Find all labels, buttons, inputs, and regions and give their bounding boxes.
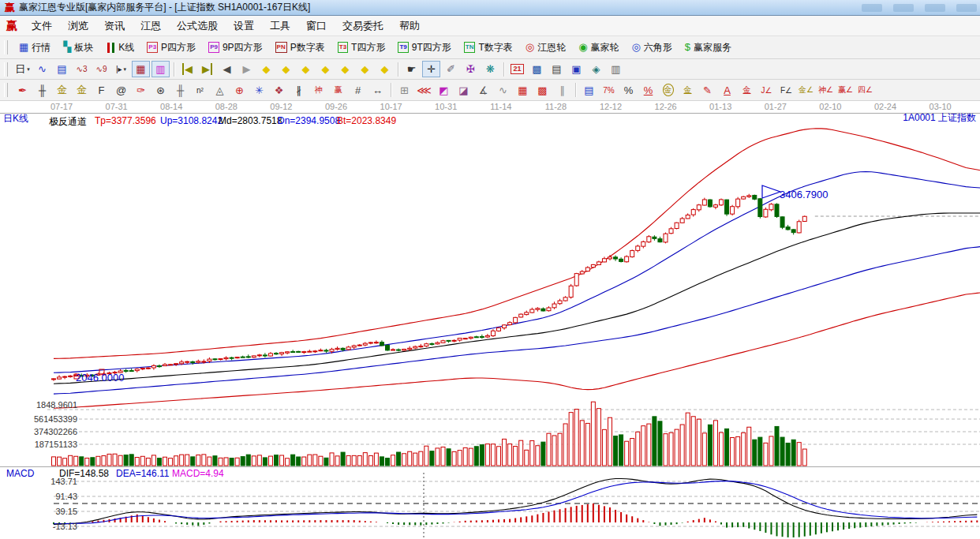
- fan-icon[interactable]: ⋘: [415, 82, 433, 99]
- note-icon[interactable]: ▤: [53, 61, 71, 77]
- flagpen-icon[interactable]: ✎: [698, 82, 716, 99]
- chart-area[interactable]: 日K线 极反通道 1A0001 上证指数 2046.0000 3406.7900…: [0, 101, 980, 539]
- shen-scale-icon[interactable]: 神: [309, 82, 327, 99]
- protractor-icon[interactable]: ◬: [211, 82, 229, 99]
- toolbutton-kline[interactable]: K线: [99, 41, 140, 54]
- toolbutton-p-square[interactable]: P3P四方形: [140, 41, 202, 54]
- menu-file[interactable]: 文件: [24, 19, 60, 33]
- toolbutton-t-square[interactable]: T3T四方形: [331, 41, 392, 54]
- si-angle-icon[interactable]: 四∠: [856, 82, 874, 99]
- histogram-icon[interactable]: ▥: [151, 61, 170, 77]
- toolbutton-hexagon[interactable]: ◎六角形: [626, 41, 679, 54]
- diamond-expand-icon[interactable]: ◆: [297, 61, 315, 77]
- window-control-3[interactable]: [925, 4, 945, 12]
- toolbutton-gann-wheel[interactable]: ◎江恩轮: [519, 41, 572, 54]
- web-blue-icon[interactable]: ✳: [250, 82, 268, 99]
- cycle-icon[interactable]: ⊛: [151, 82, 170, 99]
- box-tool-icon[interactable]: ⊞: [395, 82, 413, 99]
- menu-formula-select[interactable]: 公式选股: [169, 19, 226, 33]
- period-selector[interactable]: 日▾: [13, 61, 32, 77]
- menu-settings[interactable]: 设置: [226, 19, 262, 33]
- toolbutton-quotes[interactable]: ▦行情: [13, 41, 57, 54]
- percent-icon[interactable]: %: [619, 82, 638, 99]
- hand-icon[interactable]: ☛: [402, 61, 421, 77]
- crosshair-icon[interactable]: ✛: [422, 61, 440, 77]
- j-angle-icon[interactable]: J∠: [757, 82, 776, 99]
- ying-angle-icon[interactable]: 赢∠: [836, 82, 855, 99]
- pattern-icon[interactable]: ▦: [132, 61, 150, 77]
- calendar-icon[interactable]: 21: [508, 61, 526, 77]
- report-icon[interactable]: ▤: [548, 61, 566, 77]
- web-grid-icon[interactable]: ❖: [270, 82, 288, 99]
- kline-mark-icon[interactable]: ∦: [290, 82, 308, 99]
- window-control-2[interactable]: [893, 4, 914, 12]
- save-icon[interactable]: ▣: [567, 61, 585, 77]
- grid-red-icon[interactable]: ▦: [514, 82, 532, 99]
- parallel-icon[interactable]: ∥: [553, 82, 571, 99]
- menu-news[interactable]: 资讯: [96, 19, 133, 33]
- first-page-icon[interactable]: ◀: [178, 61, 196, 77]
- export-icon[interactable]: ◈: [587, 61, 605, 77]
- knife-icon[interactable]: ✒: [13, 82, 32, 99]
- web-tool-icon[interactable]: ❋: [481, 61, 499, 77]
- toolbutton-9t-square[interactable]: T99T四方形: [391, 41, 457, 54]
- fan-box-icon[interactable]: ◩: [435, 82, 453, 99]
- gold-scale-icon[interactable]: 金: [53, 82, 71, 99]
- menu-trade[interactable]: 交易委托: [335, 19, 391, 33]
- flag-icon[interactable]: |▸▾: [112, 61, 130, 77]
- zigzag-icon[interactable]: ∿: [33, 61, 51, 77]
- toolbutton-t-table[interactable]: TNT数字表: [458, 41, 519, 54]
- ying-scale-icon[interactable]: 赢: [329, 82, 347, 99]
- gold-scale2-icon[interactable]: 金: [73, 82, 91, 99]
- grid-red2-icon[interactable]: ▩: [533, 82, 552, 99]
- toolbutton-9p-square[interactable]: P99P四方形: [202, 41, 268, 54]
- toolbutton-p-table[interactable]: PNP数字表: [269, 41, 331, 54]
- gold-line-icon[interactable]: 金: [679, 82, 697, 99]
- list-box-icon[interactable]: ▤: [580, 82, 598, 99]
- toolbutton-winner-wheel[interactable]: ◉赢家轮: [572, 41, 625, 54]
- target-icon[interactable]: ⊕: [230, 82, 249, 99]
- wave9-icon[interactable]: ∿9: [92, 61, 110, 77]
- calculator-icon[interactable]: ▩: [528, 61, 546, 77]
- gold-angle-icon[interactable]: 金∠: [797, 82, 815, 99]
- gold-circle-icon[interactable]: 金: [659, 82, 677, 99]
- prev-page-icon[interactable]: ◀: [218, 61, 236, 77]
- window-control-1[interactable]: [862, 4, 882, 12]
- print-icon[interactable]: ▥: [607, 61, 625, 77]
- toolbutton-sectors[interactable]: ▚板块: [57, 41, 99, 54]
- diamond-up-icon[interactable]: ◆: [336, 61, 354, 77]
- percent-line-icon[interactable]: %: [639, 82, 657, 99]
- shen-angle-icon[interactable]: 神∠: [817, 82, 835, 99]
- window-control-close[interactable]: [956, 4, 977, 12]
- span-icon[interactable]: ↔: [368, 82, 387, 99]
- brush-icon[interactable]: ✑: [132, 82, 150, 99]
- diamond-right-icon[interactable]: ◆: [277, 61, 295, 77]
- diamond-plus-icon[interactable]: ◆: [356, 61, 374, 77]
- f-scale-icon[interactable]: F: [92, 82, 110, 99]
- toolbutton-winner-service[interactable]: $赢家服务: [679, 41, 738, 54]
- wave3-icon[interactable]: ∿3: [73, 61, 91, 77]
- diamond-left-icon[interactable]: ◆: [257, 61, 275, 77]
- diamond-compress-icon[interactable]: ◆: [316, 61, 335, 77]
- last-page-icon[interactable]: ▶: [198, 61, 216, 77]
- menu-tools[interactable]: 工具: [262, 19, 298, 33]
- menu-help[interactable]: 帮助: [391, 19, 428, 33]
- scale-icon[interactable]: ╫: [171, 82, 189, 99]
- percent7-icon[interactable]: 7%: [600, 82, 618, 99]
- f-angle-icon[interactable]: F∠: [777, 82, 795, 99]
- angle-fan-icon[interactable]: ∡: [474, 82, 492, 99]
- wave-tool-icon[interactable]: ∿: [494, 82, 512, 99]
- a-wave-icon[interactable]: A: [718, 82, 736, 99]
- menu-window[interactable]: 窗口: [298, 19, 335, 33]
- spiral-icon[interactable]: @: [112, 82, 130, 99]
- diamond-move-icon[interactable]: ◆: [376, 61, 394, 77]
- menu-browse[interactable]: 浏览: [60, 19, 96, 33]
- menu-gann[interactable]: 江恩: [133, 19, 169, 33]
- gold-red-icon[interactable]: 金: [738, 82, 756, 99]
- scale123-icon[interactable]: #: [349, 82, 367, 99]
- n2-icon[interactable]: n²: [191, 82, 209, 99]
- next-page-icon[interactable]: ▶: [238, 61, 256, 77]
- trendline-icon[interactable]: ✐: [442, 61, 460, 77]
- gann-tool-icon[interactable]: ✠: [462, 61, 480, 77]
- ruler-icon[interactable]: ╫: [33, 82, 51, 99]
